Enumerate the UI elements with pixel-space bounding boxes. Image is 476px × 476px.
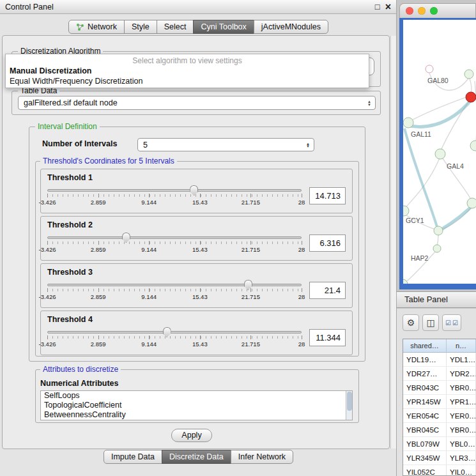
table-row[interactable]: YBR043C YBR0… — [403, 381, 476, 395]
tick-label: -3.426 — [39, 246, 56, 253]
attributes-group-title: Attributes to discretize — [40, 365, 121, 374]
major-tick — [98, 288, 99, 292]
tab-jactivemnodules[interactable]: jActiveMNodules — [254, 20, 328, 34]
cell-name: YIL0… — [447, 465, 476, 476]
network-canvas[interactable]: GAL80GAL11GAL4GCY1HAP2 — [403, 20, 476, 284]
thresholds-group-title: Threshold's Coordinates for 5 Intervals — [40, 157, 177, 165]
table-row[interactable]: YER054C YER0… — [403, 409, 476, 423]
attribute-item[interactable]: SelfLoops — [44, 391, 352, 401]
column-header-shared-name[interactable]: shared… — [403, 339, 447, 352]
tick-label: -3.426 — [39, 341, 56, 348]
network-window-titlebar[interactable] — [399, 3, 476, 18]
table-row[interactable]: YDL19… YDL1… — [403, 353, 476, 367]
panel-scrollbar[interactable] — [390, 36, 396, 449]
tick-label: -3.426 — [39, 199, 56, 206]
threshold-4-slider[interactable]: -3.4262.8599.14415.4321.71528 — [47, 325, 302, 349]
major-tick — [302, 241, 302, 245]
algorithm-option[interactable]: Equal Width/Frequency Discretization — [6, 76, 369, 86]
major-tick — [149, 241, 150, 245]
table-row[interactable]: YIL052C YIL0… — [403, 465, 476, 476]
network-node[interactable] — [403, 118, 413, 128]
close-window-icon[interactable]: × — [385, 3, 391, 11]
tick-label: 15.43 — [192, 246, 208, 253]
tab-label: Cyni Toolbox — [201, 22, 246, 31]
network-node[interactable] — [433, 245, 441, 252]
slider-track[interactable] — [47, 331, 302, 334]
attributes-scrollbar[interactable] — [346, 391, 352, 420]
table-data-combobox[interactable]: galFiltered.sif default node ▲▼ — [18, 96, 376, 110]
threshold-2-value-field[interactable]: 6.316 — [309, 234, 346, 252]
control-panel-window: Control Panel □ × Network Style Select C… — [0, 0, 397, 476]
tick-label: 21.715 — [242, 199, 260, 206]
scrollbar-thumb[interactable] — [347, 392, 352, 411]
threshold-3-slider[interactable]: -3.4262.8599.14415.4321.71528 — [47, 278, 302, 302]
tick-label: 15.43 — [192, 293, 208, 300]
cell-name: YDL1… — [447, 353, 476, 366]
threshold-2-panel: Threshold 2 -3.4262.8599.14415.4321.7152… — [40, 216, 353, 261]
float-window-icon[interactable]: □ — [375, 2, 380, 12]
network-node[interactable] — [403, 206, 409, 216]
mac-minimize-button[interactable] — [418, 7, 426, 15]
network-node[interactable] — [434, 226, 443, 235]
tick-label: 9.144 — [141, 199, 157, 206]
algorithm-option-list: Manual DiscretizationEqual Width/Frequen… — [6, 66, 369, 86]
mac-zoom-button[interactable] — [430, 7, 438, 15]
network-node[interactable] — [403, 279, 408, 284]
threshold-2-slider[interactable]: -3.4262.8599.14415.4321.71528 — [47, 231, 302, 255]
tab-style[interactable]: Style — [124, 20, 157, 34]
threshold-1-value-field[interactable]: 14.713 — [309, 187, 346, 204]
threshold-4-panel: Threshold 4 -3.4262.8599.14415.4321.7152… — [40, 311, 353, 355]
titlebar[interactable]: Control Panel □ × — [0, 0, 396, 14]
table-row[interactable]: YLR345W YLR3… — [403, 451, 476, 465]
network-node[interactable] — [435, 149, 445, 159]
column-chooser-button[interactable]: ◫ — [422, 314, 439, 331]
tab-infer-network[interactable]: Infer Network — [231, 450, 293, 464]
network-node[interactable] — [426, 65, 433, 73]
tick-label: 2.859 — [91, 199, 106, 206]
attribute-item[interactable]: TopologicalCoefficient — [44, 401, 352, 410]
tab-label: Select — [164, 22, 187, 31]
cell-shared-name: YBR045C — [403, 423, 447, 436]
network-node[interactable] — [467, 198, 476, 208]
tab-select[interactable]: Select — [157, 20, 194, 34]
network-node[interactable] — [470, 141, 476, 151]
tick-label: 9.144 — [141, 246, 157, 253]
algorithm-dropdown: Select algorithm to view settings Manual… — [5, 54, 369, 88]
intervals-count-combobox[interactable]: 5 ▲▼ — [137, 138, 314, 151]
major-tick — [302, 288, 302, 292]
threshold-1-slider[interactable]: -3.4262.8599.14415.4321.71528 — [47, 183, 302, 208]
tab-network[interactable]: Network — [68, 20, 125, 34]
tab-cyni-toolbox[interactable]: Cyni Toolbox — [193, 20, 254, 34]
column-header-name[interactable]: n… — [447, 339, 476, 352]
slider-track[interactable] — [47, 189, 302, 192]
table-row[interactable]: YPR145W YPR1… — [403, 395, 476, 409]
threshold-3-panel: Threshold 3 -3.4262.8599.14415.4321.7152… — [40, 263, 353, 308]
slider-track[interactable] — [47, 284, 302, 286]
tab-discretize-data[interactable]: Discretize Data — [162, 450, 231, 464]
algorithm-option[interactable]: Manual Discretization — [6, 66, 369, 76]
attributes-list[interactable]: SelfLoopsTopologicalCoefficientBetweenne… — [40, 390, 353, 420]
network-node[interactable] — [464, 70, 473, 79]
table-body: YDL19… YDL1… YDR27… YDR2… YBR043C YBR0… … — [403, 353, 476, 476]
network-node[interactable] — [466, 92, 476, 102]
tick-label: 28 — [298, 341, 305, 348]
table-row[interactable]: YBL079W YBL0… — [403, 437, 476, 451]
table-panel-header[interactable]: Table Panel — [397, 291, 476, 308]
tab-impute-data[interactable]: Impute Data — [104, 450, 162, 464]
row-selection-button[interactable]: ☑ ☑ — [442, 314, 461, 331]
slider-track[interactable] — [47, 236, 302, 239]
network-edges — [403, 73, 476, 284]
mac-close-button[interactable] — [406, 7, 413, 15]
apply-button[interactable]: Apply — [171, 429, 212, 442]
major-tick — [302, 335, 302, 339]
table-settings-button[interactable]: ⚙ — [403, 314, 419, 331]
table-row[interactable]: YBR045C YBR0… — [403, 423, 476, 437]
threshold-4-value-field[interactable]: 11.344 — [309, 329, 346, 346]
threshold-3-value-field[interactable]: 21.4 — [309, 282, 346, 299]
major-tick — [200, 241, 201, 245]
tick-label: 28 — [298, 246, 305, 253]
tick-label: 28 — [298, 293, 305, 300]
attribute-item[interactable]: BetweennessCentrality — [44, 410, 352, 420]
table-row[interactable]: YDR27… YDR2… — [403, 367, 476, 381]
node-table[interactable]: shared… n… YDL19… YDL1… YDR27… YDR2… YBR… — [403, 339, 476, 476]
